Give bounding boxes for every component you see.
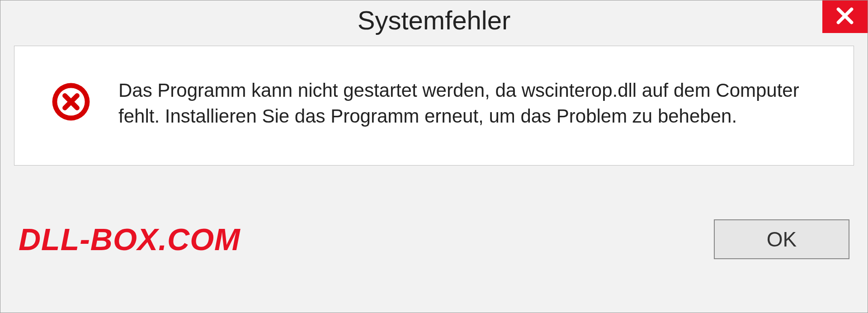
watermark-text: DLL-BOX.COM: [19, 222, 241, 257]
ok-button-label: OK: [767, 227, 797, 251]
content-panel: Das Programm kann nicht gestartet werden…: [14, 46, 854, 166]
dialog-footer: DLL-BOX.COM OK: [0, 166, 868, 313]
ok-button[interactable]: OK: [714, 219, 849, 259]
titlebar: Systemfehler: [0, 0, 868, 46]
close-icon: [835, 6, 855, 28]
dialog-title: Systemfehler: [358, 5, 510, 35]
error-icon: [51, 81, 91, 122]
close-button[interactable]: [822, 0, 868, 33]
error-message: Das Programm kann nicht gestartet werden…: [118, 78, 826, 129]
error-dialog: Systemfehler Das Programm kann nicht ges…: [0, 0, 868, 313]
